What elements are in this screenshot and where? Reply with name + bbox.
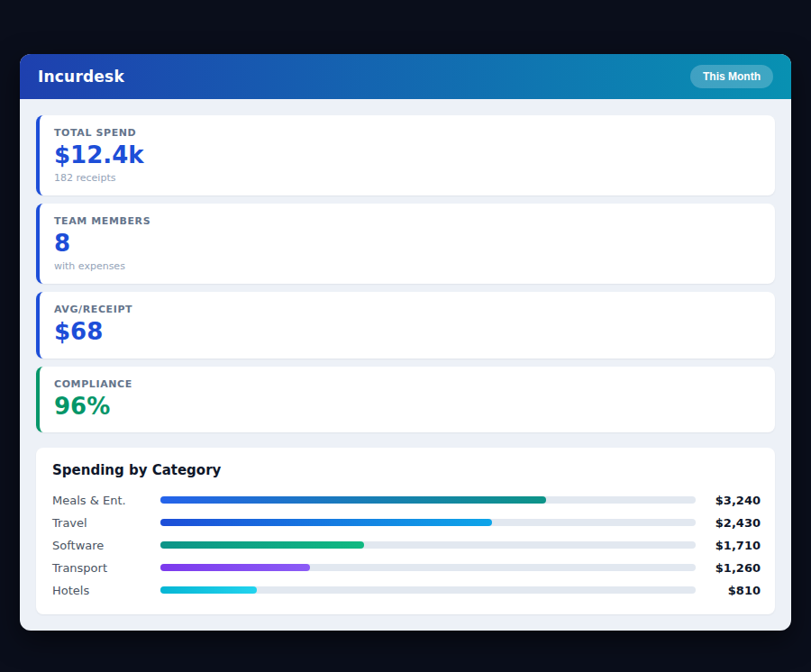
- stat-label: COMPLIANCE: [54, 378, 759, 390]
- stat-value: 96%: [54, 393, 759, 421]
- stat-card-compliance: COMPLIANCE 96%: [36, 367, 775, 432]
- category-amount: $1,710: [696, 539, 761, 552]
- stat-card-total-spend: TOTAL SPEND $12.4k 182 receipts: [36, 115, 775, 195]
- category-label: Transport: [52, 561, 160, 575]
- category-label: Travel: [52, 516, 160, 530]
- category-label: Meals & Ent.: [52, 494, 160, 507]
- stat-value: $12.4k: [54, 141, 759, 169]
- dashboard-body: TOTAL SPEND $12.4k 182 receipts TEAM MEM…: [20, 99, 791, 631]
- bar-track: [160, 519, 696, 526]
- bar-fill-hotels: [160, 586, 257, 594]
- dashboard-panel: Incurdesk This Month TOTAL SPEND $12.4k …: [20, 54, 791, 631]
- spending-card-title: Spending by Category: [52, 462, 761, 478]
- bar-fill-meals: [160, 496, 546, 504]
- bar-fill-transport: [160, 564, 310, 571]
- bar-track: [160, 541, 696, 549]
- period-badge-button[interactable]: This Month: [690, 65, 773, 88]
- stat-subtext: with expenses: [54, 260, 759, 272]
- spend-row-hotels: Hotels $810: [52, 579, 761, 602]
- category-amount: $1,260: [696, 561, 761, 575]
- category-label: Software: [52, 539, 160, 552]
- category-amount: $810: [696, 584, 761, 597]
- stat-value: $68: [54, 318, 759, 346]
- bar-track: [160, 564, 696, 571]
- bar-fill-travel: [160, 519, 492, 526]
- category-amount: $2,430: [696, 516, 761, 530]
- spend-row-meals: Meals & Ent. $3,240: [52, 489, 761, 512]
- stat-value: 8: [54, 230, 759, 258]
- app-title: Incurdesk: [38, 68, 124, 86]
- stat-label: TEAM MEMBERS: [54, 215, 759, 227]
- stat-label: TOTAL SPEND: [54, 127, 759, 139]
- bar-track: [160, 496, 696, 504]
- app-header: Incurdesk This Month: [20, 54, 791, 99]
- category-label: Hotels: [52, 584, 160, 597]
- bar-fill-software: [160, 541, 364, 549]
- category-amount: $3,240: [696, 494, 761, 507]
- spending-by-category-card: Spending by Category Meals & Ent. $3,240…: [36, 448, 775, 614]
- spend-row-software: Software $1,710: [52, 534, 761, 557]
- spend-row-travel: Travel $2,430: [52, 512, 761, 534]
- stat-subtext: 182 receipts: [54, 172, 759, 184]
- bar-track: [160, 586, 696, 594]
- stat-card-team-members: TEAM MEMBERS 8 with expenses: [36, 204, 775, 284]
- stat-card-avg-receipt: AVG/RECEIPT $68: [36, 292, 775, 358]
- stat-label: AVG/RECEIPT: [54, 304, 759, 315]
- spend-row-transport: Transport $1,260: [52, 557, 761, 579]
